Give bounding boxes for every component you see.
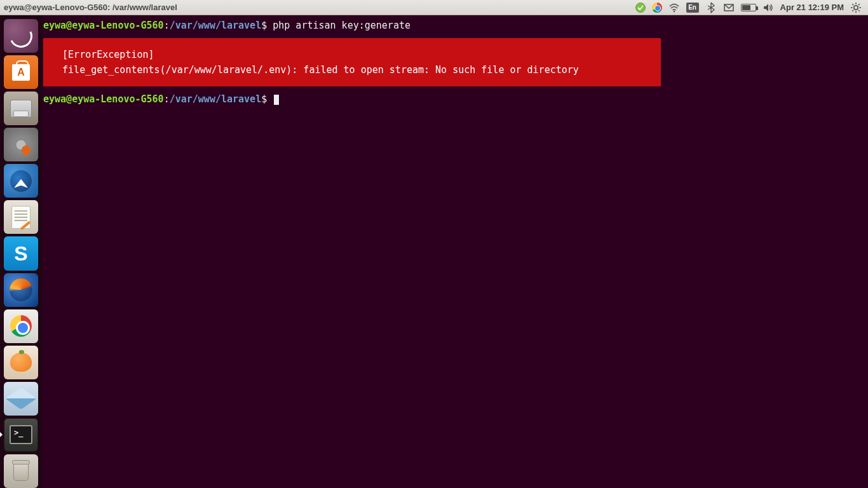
- terminal-command: php artisan key:generate: [273, 20, 410, 31]
- chrome-indicator-icon[interactable]: [652, 3, 662, 13]
- launcher-virtualbox-icon[interactable]: [4, 382, 38, 416]
- svg-line-10: [858, 4, 860, 5]
- update-ok-icon[interactable]: [635, 3, 646, 13]
- launcher-files-icon[interactable]: [4, 92, 38, 125]
- terminal-error-block: [ErrorException] file_get_contents(/var/…: [43, 38, 661, 86]
- volume-icon[interactable]: [763, 2, 774, 13]
- terminal-window[interactable]: eywa@eywa-Lenovo-G560:/var/www/laravel$ …: [42, 15, 868, 488]
- svg-point-2: [854, 5, 858, 9]
- launcher-terminal-icon[interactable]: [4, 418, 38, 452]
- launcher-skype-icon[interactable]: S: [4, 236, 38, 270]
- launcher-thunderbird-icon[interactable]: [4, 164, 38, 198]
- svg-line-8: [858, 10, 860, 11]
- system-tray: En Apr 21 12:19 PM: [635, 2, 864, 13]
- launcher-clementine-icon[interactable]: [4, 346, 38, 379]
- launcher-dash-icon[interactable]: [4, 19, 38, 53]
- svg-line-9: [852, 10, 853, 11]
- session-gear-icon[interactable]: [850, 2, 862, 13]
- terminal-prompt-idle: eywa@eywa-Lenovo-G560:/var/www/laravel$: [43, 92, 867, 107]
- launcher-chrome-icon[interactable]: [4, 309, 38, 343]
- top-menu-bar: eywa@eywa-Lenovo-G560: /var/www/laravel …: [0, 0, 868, 15]
- window-title: eywa@eywa-Lenovo-G560: /var/www/laravel: [4, 3, 177, 12]
- unity-launcher: S: [0, 15, 42, 488]
- launcher-software-center-icon[interactable]: [4, 55, 38, 89]
- terminal-cursor: [274, 95, 279, 105]
- svg-point-0: [673, 10, 674, 11]
- wifi-icon[interactable]: [668, 2, 680, 13]
- keyboard-layout-indicator[interactable]: En: [686, 3, 699, 13]
- svg-line-7: [852, 4, 853, 5]
- prompt-path: /var/www/laravel: [170, 20, 262, 31]
- clock[interactable]: Apr 21 12:19 PM: [780, 3, 844, 12]
- launcher-trash-icon[interactable]: [4, 454, 38, 488]
- launcher-settings-icon[interactable]: [4, 128, 38, 161]
- bluetooth-icon[interactable]: [705, 2, 717, 13]
- launcher-text-editor-icon[interactable]: [4, 200, 38, 234]
- terminal-prompt-line: eywa@eywa-Lenovo-G560:/var/www/laravel$ …: [43, 18, 867, 33]
- error-exception-label: [ErrorException]: [51, 47, 653, 62]
- launcher-firefox-icon[interactable]: [4, 273, 38, 307]
- prompt-user-host: eywa@eywa-Lenovo-G560: [43, 20, 164, 31]
- error-message: file_get_contents(/var/www/laravel/.env)…: [51, 62, 653, 78]
- battery-icon[interactable]: [741, 4, 756, 11]
- mail-icon[interactable]: [723, 2, 735, 13]
